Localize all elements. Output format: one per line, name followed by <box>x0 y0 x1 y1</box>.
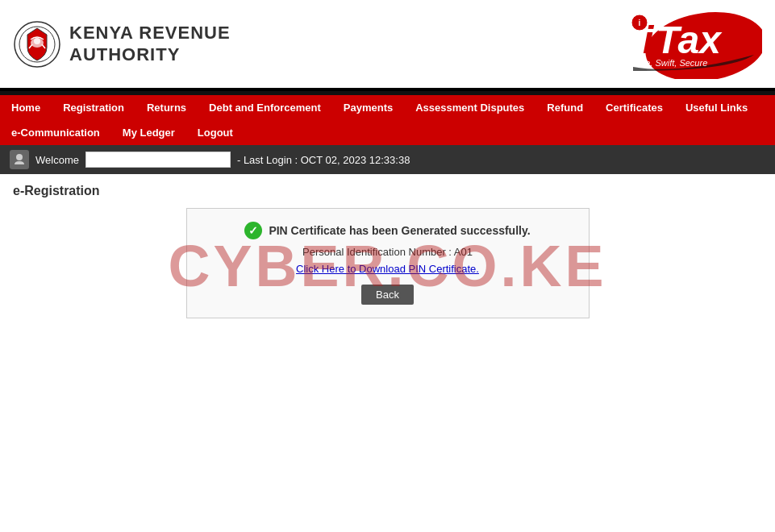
nav-certificates[interactable]: Certificates <box>594 95 674 120</box>
kra-emblem-icon <box>13 20 61 69</box>
check-icon: ✓ <box>244 222 262 239</box>
user-icon <box>10 150 29 169</box>
kra-line2: Authority <box>69 44 231 65</box>
nav-home[interactable]: Home <box>0 95 52 120</box>
navbar-row1: Home Registration Returns Debt and Enfor… <box>0 95 775 120</box>
nav-e-comm[interactable]: e-Communication <box>0 120 111 145</box>
nav-useful-links[interactable]: Useful Links <box>674 95 759 120</box>
svg-point-10 <box>16 154 23 160</box>
success-header: ✓ PIN Certificate has been Generated suc… <box>200 222 576 239</box>
kra-logo: Kenya Revenue Authority <box>13 20 231 69</box>
back-button[interactable]: Back <box>361 285 414 305</box>
nav-returns[interactable]: Returns <box>135 95 198 120</box>
nav-ledger[interactable]: My Ledger <box>111 120 186 145</box>
last-login-text: - Last Login : OCT 02, 2023 12:33:38 <box>237 154 410 166</box>
welcome-label: Welcome <box>35 154 79 166</box>
page-header: Kenya Revenue Authority i Tax Simple, Sw… <box>0 0 775 91</box>
pin-number-text: Personal Identification Number : A01 <box>200 246 576 258</box>
page-title: e-Registration <box>13 184 762 198</box>
nav-logout[interactable]: Logout <box>186 120 244 145</box>
username-display <box>85 152 231 168</box>
nav-payments[interactable]: Payments <box>332 95 404 120</box>
nav-debt[interactable]: Debt and Enforcement <box>198 95 332 120</box>
download-certificate-link[interactable]: Click Here to Download PIN Certificate. <box>200 263 576 275</box>
nav-refund[interactable]: Refund <box>535 95 594 120</box>
itax-logo: i Tax Simple, Swift, Secure i <box>585 6 762 81</box>
nav-disputes[interactable]: Assessment Disputes <box>404 95 535 120</box>
itax-logo-svg: i Tax Simple, Swift, Secure i <box>585 6 762 79</box>
nav-registration[interactable]: Registration <box>52 95 135 120</box>
svg-text:i: i <box>639 19 641 27</box>
navbar: Home Registration Returns Debt and Enfor… <box>0 95 775 145</box>
kra-line1: Kenya Revenue <box>69 23 231 44</box>
welcome-bar: Welcome - Last Login : OCT 02, 2023 12:3… <box>0 145 775 174</box>
svg-text:Tax: Tax <box>656 19 723 61</box>
navbar-row2: e-Communication My Ledger Logout <box>0 120 775 145</box>
success-title: PIN Certificate has been Generated succe… <box>269 224 530 237</box>
success-box: ✓ PIN Certificate has been Generated suc… <box>186 208 590 318</box>
content-area: e-Registration ✓ PIN Certificate has bee… <box>0 174 775 328</box>
svg-point-3 <box>34 38 40 44</box>
kra-name: Kenya Revenue Authority <box>69 23 231 65</box>
svg-text:Simple, Swift, Secure: Simple, Swift, Secure <box>623 58 708 68</box>
